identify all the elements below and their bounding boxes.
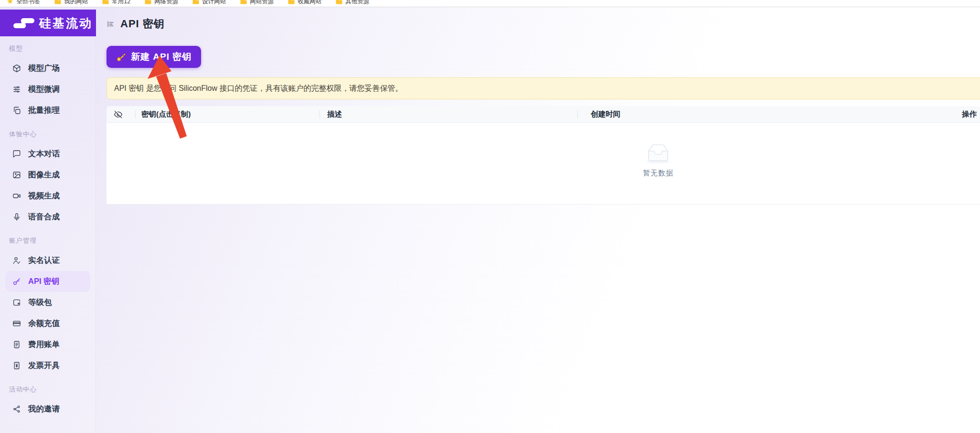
video-camera-icon (12, 192, 21, 200)
bookmark-all-bookmarks[interactable]: ★ 全部书签 (7, 0, 40, 6)
sidebar-item-label: 模型微调 (28, 84, 60, 95)
image-icon (12, 171, 21, 179)
copy-icon (12, 106, 21, 115)
bookmark-folder[interactable]: 设计网站 (192, 0, 226, 6)
share-icon (12, 405, 21, 413)
folder-icon (102, 0, 109, 4)
sidebar-item-model-finetune[interactable]: 模型微调 (5, 79, 90, 100)
sidebar-item-batch-inference[interactable]: 批量推理 (5, 100, 90, 121)
bookmark-folder[interactable]: 网站资源 (240, 0, 274, 6)
app-logo[interactable]: 硅基流动 (0, 10, 96, 36)
sidebar-item-video-generation[interactable]: 视频生成 (5, 185, 90, 206)
column-header-key: 密钥(点击复制) (141, 106, 191, 122)
folder-icon (145, 0, 151, 4)
column-divider (577, 110, 578, 119)
sidebar-item-text-chat[interactable]: 文本对话 (5, 143, 90, 164)
column-header-description: 描述 (327, 106, 342, 122)
column-divider (135, 110, 136, 119)
sidebar-item-realname-verification[interactable]: 实名认证 (5, 250, 90, 271)
create-api-key-button[interactable]: 新建 API 密钥 (107, 46, 201, 68)
sidebar-nav: 模型 模型广场 模型微调 批量推理 体验中心 (0, 36, 96, 420)
column-divider (320, 110, 320, 119)
sidebar-item-label: 费用账单 (28, 339, 60, 350)
sidebar-item-invoice[interactable]: 发票开具 (5, 355, 90, 376)
sidebar-item-label: 批量推理 (28, 105, 60, 116)
main-content: API 密钥 新建 API 密钥 API 密钥 是您访问 SiliconFlow… (96, 7, 980, 433)
sidebar-item-label: 我的邀请 (28, 404, 60, 414)
bookmark-folder[interactable]: 收藏网站 (288, 0, 321, 6)
bookmark-label: 设计网站 (202, 0, 226, 6)
folder-icon (288, 0, 295, 4)
create-api-key-label: 新建 API 密钥 (131, 51, 192, 63)
sidebar-item-label: 实名认证 (28, 255, 60, 266)
bookmark-label: 全部书签 (16, 0, 40, 6)
empty-inbox-icon (644, 142, 672, 164)
chat-icon (12, 150, 21, 158)
bill-icon (12, 340, 21, 349)
section-label-experience: 体验中心 (9, 130, 86, 139)
eye-off-icon (114, 110, 123, 119)
credit-card-icon (12, 319, 21, 328)
bookmark-label: 收藏网站 (298, 0, 321, 6)
sidebar-item-label: 文本对话 (28, 149, 60, 159)
bookmark-label: 其他资源 (345, 0, 369, 6)
bookmark-folder[interactable]: 常用12 (102, 0, 130, 6)
bookmark-label: 网站资源 (250, 0, 274, 6)
microphone-icon (12, 213, 21, 221)
sidebar-item-image-generation[interactable]: 图像生成 (5, 164, 90, 185)
folder-icon (336, 0, 342, 4)
notice-text: API 密钥 是您访问 SiliconFlow 接口的凭证，具有该账户的完整权限… (114, 84, 403, 94)
page-title: API 密钥 (120, 17, 165, 31)
menu-fold-icon[interactable] (107, 20, 115, 28)
table-body: 暂无数据 (107, 123, 980, 205)
tune-icon (12, 85, 21, 94)
siliconflow-logo-icon (13, 18, 34, 28)
sidebar-item-model-plaza[interactable]: 模型广场 (5, 58, 90, 79)
gold-key-icon (116, 52, 126, 62)
star-icon: ★ (7, 0, 13, 5)
cube-icon (12, 64, 21, 73)
sidebar-item-label: API 密钥 (28, 276, 59, 287)
sidebar-item-label: 发票开具 (28, 360, 60, 371)
bookmark-label: 我的网站 (64, 0, 88, 6)
page: ★ 全部书签 我的网站 常用12 网络资源 设计网站 网站资源 (0, 0, 980, 433)
sidebar-item-my-invitations[interactable]: 我的邀请 (5, 399, 90, 420)
bookmark-label: 常用12 (112, 0, 130, 6)
logo-text: 硅基流动 (39, 15, 93, 31)
invoice-icon (12, 361, 21, 370)
key-icon (12, 277, 21, 286)
section-label-models: 模型 (9, 44, 86, 54)
sidebar-item-label: 模型广场 (28, 63, 60, 74)
sidebar: 硅基流动 模型 模型广场 模型微调 批量推理 (0, 7, 96, 433)
empty-text: 暂无数据 (643, 169, 673, 178)
sidebar-item-label: 视频生成 (28, 191, 60, 201)
bookmark-folder[interactable]: 网络资源 (145, 0, 178, 6)
empty-state: 暂无数据 (643, 142, 673, 178)
user-check-icon (12, 256, 21, 265)
table-header-row: 密钥(点击复制) 描述 创建时间 操作 (107, 106, 980, 123)
bookmark-folder[interactable]: 我的网站 (54, 0, 88, 6)
wallet-icon (12, 298, 21, 307)
bookmarks-bar: ★ 全部书签 我的网站 常用12 网络资源 设计网站 网站资源 (0, 0, 980, 7)
section-label-activity: 活动中心 (9, 385, 86, 394)
section-label-account: 账户管理 (9, 236, 86, 246)
app-window: 硅基流动 模型 模型广场 模型微调 批量推理 (0, 7, 980, 433)
column-header-created-at: 创建时间 (591, 106, 620, 122)
sidebar-item-api-keys[interactable]: API 密钥 (5, 271, 90, 292)
sidebar-item-tier-package[interactable]: 等级包 (5, 292, 90, 313)
sidebar-item-billing[interactable]: 费用账单 (5, 334, 90, 355)
bookmark-folder[interactable]: 其他资源 (336, 0, 369, 6)
toggle-key-visibility[interactable] (114, 106, 123, 122)
sidebar-item-label: 语音合成 (28, 212, 60, 222)
bookmark-label: 网络资源 (154, 0, 178, 6)
folder-icon (54, 0, 61, 4)
page-header: API 密钥 (107, 17, 165, 31)
sidebar-item-label: 余额充值 (28, 318, 60, 329)
folder-icon (192, 0, 199, 4)
sidebar-item-speech-synthesis[interactable]: 语音合成 (5, 206, 90, 227)
sidebar-item-label: 图像生成 (28, 170, 60, 180)
folder-icon (240, 0, 247, 4)
column-header-actions: 操作 (962, 106, 977, 122)
api-key-notice-banner: API 密钥 是您访问 SiliconFlow 接口的凭证，具有该账户的完整权限… (107, 77, 980, 99)
sidebar-item-balance-recharge[interactable]: 余额充值 (5, 313, 90, 334)
